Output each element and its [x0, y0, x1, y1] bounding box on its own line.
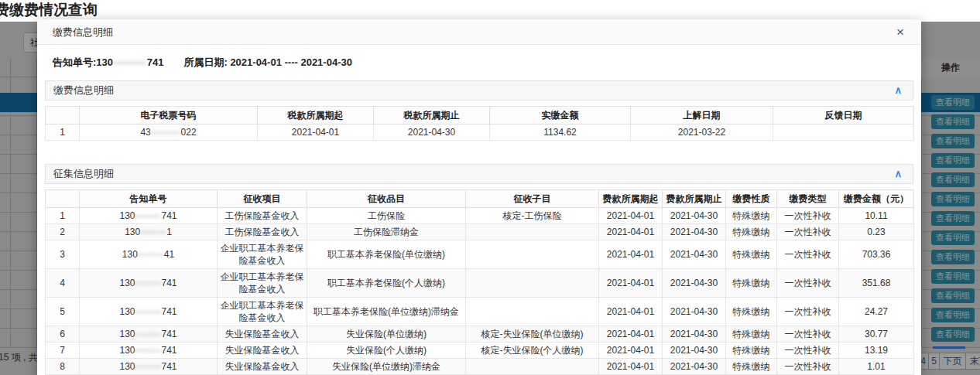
cell-row-no: 7 — [46, 343, 80, 359]
cell-payment-amount: 30.77 — [839, 326, 914, 343]
cell-notice-no: 130•••••••741 — [80, 343, 218, 359]
notice-number-prefix: 130 — [96, 56, 113, 68]
cell-fee-period-end: 2021-04-30 — [663, 208, 726, 224]
cell-levy-category: 职工基本养老保险(个人缴纳) — [307, 269, 466, 298]
modal-title: 缴费信息明细 — [53, 19, 113, 45]
cell-levy-category: 失业保险(单位缴纳)滞纳金 — [307, 359, 466, 375]
cell-levy-category: 失业保险(个人缴纳) — [307, 343, 466, 359]
cell-row-no: 5 — [46, 298, 80, 326]
cell-levy-item: 企业职工基本养老保险基金收入 — [218, 269, 307, 298]
cell-fee-period-start: 2021-04-01 — [599, 298, 663, 326]
cell-payment-type: 一次性补收 — [777, 224, 839, 240]
modal-body: 告知单号:130•••••••••741所属日期: 2021-04-01 ---… — [37, 45, 921, 375]
collection-table-body: 1130•••••••741工伤保险基金收入工伤保险核定-工伤保险2021-04… — [46, 208, 914, 375]
screen: 费缴费情况查询 社保 ( 操作 查看明细查看明细查看明细查看明细查看明细查看明细… — [0, 0, 980, 375]
cell-payment-nature: 特殊缴纳 — [726, 343, 777, 359]
table-row: 2130•••••••1工伤保险基金收入工伤保险滞纳金2021-04-01202… — [46, 224, 914, 240]
cell-levy-item: 工伤保险基金收入 — [218, 208, 307, 224]
cell-payment-type: 一次性补收 — [777, 208, 839, 224]
payment-section-title: 缴费信息明细 — [53, 81, 114, 100]
cell-payment-nature: 特殊缴纳 — [726, 240, 777, 269]
cell-notice-no: 130•••••••741 — [80, 298, 218, 326]
cell-fee-period-start: 2021-04-01 — [599, 240, 663, 269]
cell-payment-amount: 351.68 — [839, 269, 914, 298]
column-header: 费款所属期起 — [599, 190, 663, 208]
cell-payment-type: 一次性补收 — [777, 240, 839, 269]
period-value: 2021-04-01 ---- 2021-04-30 — [230, 56, 352, 68]
cell-levy-sub-category — [466, 240, 599, 269]
column-header: 上解日期 — [631, 107, 773, 124]
cell-tax-period-start: 2021-04-01 — [258, 124, 374, 141]
cell-fee-period-end: 2021-04-30 — [663, 359, 726, 375]
table-row: 1130•••••••741工伤保险基金收入工伤保险核定-工伤保险2021-04… — [46, 208, 914, 224]
cell-fee-period-end: 2021-04-30 — [663, 326, 726, 343]
chevron-up-icon[interactable]: ∧ — [894, 165, 902, 183]
cell-row-no: 6 — [46, 326, 80, 343]
cell-levy-item: 失业保险基金收入 — [218, 359, 307, 375]
collection-table-head: 告知单号征收项目征收品目征收子目费款所属期起费款所属期止缴费性质缴费类型缴费金额… — [46, 190, 914, 208]
cell-levy-item: 企业职工基本养老保险基金收入 — [218, 298, 307, 326]
collection-section-header: 征集信息明细 ∧ — [45, 164, 913, 184]
cell-payment-amount: 703.36 — [839, 240, 914, 269]
cell-tax-ticket-no: 43••••••••022 — [80, 124, 258, 141]
column-header: 实缴金额 — [490, 107, 631, 124]
cell-levy-category: 职工基本养老保险(单位缴纳) — [307, 240, 466, 269]
cell-payment-nature: 特殊缴纳 — [726, 224, 777, 240]
cell-remit-date: 2021-03-22 — [631, 124, 773, 141]
cell-levy-item: 企业职工基本养老保险基金收入 — [218, 240, 307, 269]
close-icon[interactable]: × — [896, 19, 904, 45]
cell-levy-sub-category — [466, 269, 599, 298]
column-header: 征收品目 — [307, 190, 466, 208]
cell-fee-period-end: 2021-04-30 — [663, 343, 726, 359]
cell-feedback-date — [773, 124, 914, 141]
cell-row-no: 2 — [46, 224, 80, 240]
column-header: 征收项目 — [218, 190, 307, 208]
cell-row-no: 8 — [46, 359, 80, 375]
cell-fee-period-start: 2021-04-01 — [599, 326, 663, 343]
payment-detail-table: 电子税票号码税款所属期起税款所属期止实缴金额上解日期反馈日期 143••••••… — [45, 106, 914, 141]
cell-payment-type: 一次性补收 — [777, 343, 839, 359]
notice-number-suffix: 741 — [147, 56, 164, 68]
column-header: 税款所属期止 — [374, 107, 490, 124]
cell-levy-sub-category: 核定-失业保险(单位缴纳) — [466, 326, 599, 343]
period-label: 所属日期: — [183, 56, 227, 68]
collection-header-row: 告知单号征收项目征收品目征收子目费款所属期起费款所属期止缴费性质缴费类型缴费金额… — [46, 190, 914, 208]
table-row: 3130•••••••41企业职工基本养老保险基金收入职工基本养老保险(单位缴纳… — [46, 240, 914, 269]
cell-fee-period-end: 2021-04-30 — [663, 240, 726, 269]
cell-notice-no: 130•••••••741 — [80, 269, 218, 298]
cell-payment-nature: 特殊缴纳 — [726, 359, 777, 375]
cell-levy-sub-category: 核定-工伤保险 — [466, 208, 599, 224]
table-row: 4130•••••••741企业职工基本养老保险基金收入职工基本养老保险(个人缴… — [46, 269, 914, 298]
cell-payment-nature: 特殊缴纳 — [726, 298, 777, 326]
cell-payment-type: 一次性补收 — [777, 359, 839, 375]
column-header: 电子税票号码 — [80, 107, 258, 124]
cell-row-no: 4 — [46, 269, 80, 298]
cell-levy-sub-category — [466, 224, 599, 240]
column-header: 缴费类型 — [777, 190, 839, 208]
cell-row-no: 1 — [46, 124, 80, 141]
chevron-up-icon[interactable]: ∧ — [894, 81, 902, 100]
cell-payment-nature: 特殊缴纳 — [726, 269, 777, 298]
cell-fee-period-end: 2021-04-30 — [663, 269, 726, 298]
cell-payment-type: 一次性补收 — [777, 269, 839, 298]
cell-levy-category: 工伤保险 — [307, 208, 466, 224]
table-row: 7130•••••••741失业保险基金收入失业保险(个人缴纳)核定-失业保险(… — [46, 343, 914, 359]
cell-fee-period-start: 2021-04-01 — [599, 208, 663, 224]
cell-notice-no: 130•••••••741 — [80, 326, 218, 343]
cell-payment-type: 一次性补收 — [777, 326, 839, 343]
column-header: 缴费金额（元） — [839, 190, 914, 208]
cell-paid-amount: 1134.62 — [490, 124, 631, 141]
notice-info-line: 告知单号:130•••••••••741所属日期: 2021-04-01 ---… — [45, 45, 913, 76]
cell-levy-sub-category: 核定-失业保险(个人缴纳) — [466, 343, 599, 359]
cell-levy-sub-category — [466, 359, 599, 375]
column-header: 缴费性质 — [726, 190, 777, 208]
cell-levy-category: 工伤保险滞纳金 — [307, 224, 466, 240]
cell-fee-period-start: 2021-04-01 — [599, 343, 663, 359]
collection-section-title: 征集信息明细 — [53, 165, 114, 183]
cell-levy-sub-category — [466, 298, 599, 326]
page-title: 费缴费情况查询 — [0, 0, 98, 20]
cell-payment-nature: 特殊缴纳 — [726, 208, 777, 224]
cell-payment-nature: 特殊缴纳 — [726, 326, 777, 343]
cell-payment-amount: 13.19 — [839, 343, 914, 359]
table-row: 6130•••••••741失业保险基金收入失业保险(单位缴纳)核定-失业保险(… — [46, 326, 914, 343]
